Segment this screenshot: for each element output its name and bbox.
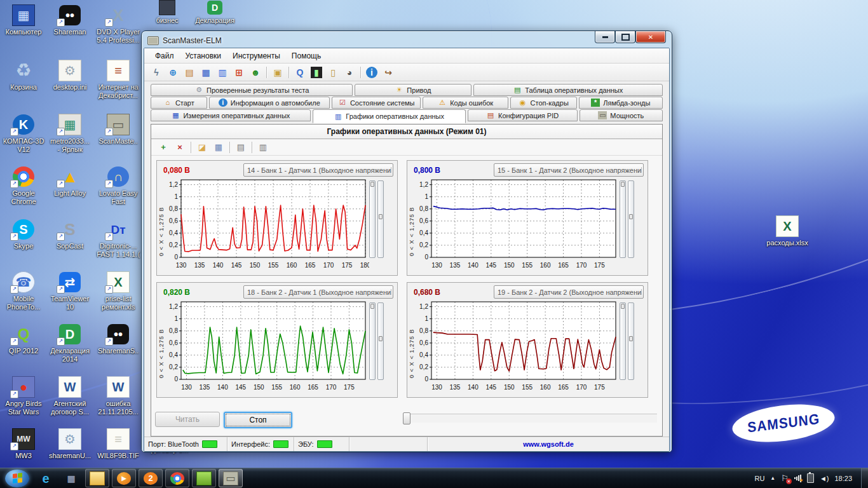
desktop-icon[interactable]: ≡Интернет наДекабрист... bbox=[90, 59, 147, 100]
desktop-icon[interactable]: ••↗SharemanS.. bbox=[90, 323, 147, 355]
taskbar-mediaplayer-button[interactable]: ▶ bbox=[112, 469, 136, 487]
taskbar-calculator-button[interactable]: ▦ bbox=[60, 470, 83, 487]
desktop-icon[interactable]: Dт↗Digitronic-...FAST 1.14.1.( bbox=[90, 218, 147, 259]
exit-icon-button[interactable]: ↪ bbox=[381, 65, 396, 79]
taskbar-qip-button[interactable]: 2 bbox=[139, 469, 163, 487]
show-desktop-button[interactable] bbox=[861, 468, 868, 488]
taskbar-explorer-button[interactable] bbox=[85, 469, 109, 487]
shortcut-arrow-icon: ↗ bbox=[10, 128, 18, 136]
tab-Проверенные результаты теста[interactable]: ⚙Проверенные результаты теста bbox=[151, 84, 353, 96]
tab-Измерения оперативных данных[interactable]: ▦Измерения оперативных данных bbox=[151, 109, 311, 121]
tab-Таблица оперативных данных[interactable]: ▤Таблица оперативных данных bbox=[473, 84, 663, 96]
connect-icon-button[interactable]: ϟ bbox=[149, 65, 164, 79]
chart-zoom-slider[interactable] bbox=[369, 180, 376, 258]
pid-selector[interactable]: 18 - Банк 2 - Датчик 1 (Выходное напряже… bbox=[243, 285, 393, 299]
desktop-icon[interactable]: Xрасходы.xlsx bbox=[759, 215, 816, 247]
start-button[interactable] bbox=[5, 470, 29, 487]
taskbar-ie-button[interactable]: e bbox=[34, 470, 57, 487]
taskbar-scanmaster-button[interactable]: ▭ bbox=[219, 469, 243, 487]
clock[interactable]: 18:23 bbox=[834, 475, 852, 482]
shortcut-arrow-icon: ↗ bbox=[10, 285, 18, 294]
chart-panel-2: 0,800 В15 - Банк 1 - Датчик 2 (Выходное … bbox=[407, 160, 648, 276]
chart-zoom-slider[interactable] bbox=[620, 180, 626, 258]
timeline-slider-handle[interactable] bbox=[403, 412, 410, 424]
user-icon-button[interactable]: ☻ bbox=[248, 65, 263, 79]
info-icon-button[interactable]: i bbox=[364, 65, 379, 79]
close-button[interactable]: ✕ bbox=[635, 31, 666, 43]
titlebar[interactable]: ScanMaster-ELM ✕ bbox=[144, 33, 670, 48]
pid-selector[interactable]: 14 - Банк 1 - Датчик 1 (Выходное напряже… bbox=[243, 163, 393, 177]
tray-expand-icon[interactable]: ▲ bbox=[770, 475, 775, 481]
tab-Графики оперативных данных[interactable]: ▥Графики оперативных данных bbox=[313, 109, 466, 123]
desktop-icon[interactable]: X↗prise-listремонт.xls bbox=[90, 271, 147, 311]
chart-zoom-slider[interactable] bbox=[369, 302, 376, 380]
menu-Установки[interactable]: Установки bbox=[180, 50, 227, 62]
print-icon-button[interactable]: ▤ bbox=[233, 140, 248, 154]
tab-Коды ошибок[interactable]: ⚠Коды ошибок bbox=[423, 97, 508, 109]
windows-icon-button[interactable]: ⊞ bbox=[231, 65, 247, 79]
volume-icon[interactable]: ◄) bbox=[820, 475, 829, 482]
chart-icon-button[interactable]: ▥ bbox=[215, 65, 230, 79]
menu-Инструменты[interactable]: Инструменты bbox=[227, 50, 286, 62]
network-icon[interactable]: ✶ bbox=[794, 475, 801, 482]
chart-zoom-slider-handle[interactable] bbox=[621, 304, 625, 309]
add-graph-icon-button[interactable]: + bbox=[156, 140, 171, 154]
language-indicator[interactable]: RU bbox=[754, 475, 764, 482]
chart-zoom-slider[interactable] bbox=[628, 302, 634, 380]
maximize-button[interactable] bbox=[615, 31, 635, 43]
web-icon-button[interactable]: ⊕ bbox=[165, 65, 180, 79]
remove-graph-icon-button[interactable]: × bbox=[172, 140, 187, 154]
svg-text:1,2: 1,2 bbox=[419, 181, 428, 188]
read-button[interactable]: Читать bbox=[155, 412, 220, 427]
desktop-icon[interactable]: ▭↗ScanMaste.. bbox=[90, 113, 147, 146]
tab-Стоп-кадры[interactable]: ◉Стоп-кадры bbox=[510, 97, 577, 109]
open-icon-button[interactable]: ◪ bbox=[194, 140, 210, 154]
stop-button[interactable]: Стоп bbox=[224, 412, 292, 428]
chart-zoom-slider[interactable] bbox=[620, 302, 626, 380]
chart-zoom-slider-handle[interactable] bbox=[370, 182, 374, 187]
chart-zoom-slider[interactable] bbox=[377, 302, 384, 380]
chart-zoom-slider-handle[interactable] bbox=[379, 336, 383, 341]
svg-text:130: 130 bbox=[431, 262, 442, 269]
tab-label: Состояние системы bbox=[350, 99, 415, 107]
minimize-button[interactable] bbox=[595, 31, 615, 43]
desktop-icon[interactable]: ≡WIL8F9B.TIF bbox=[90, 428, 147, 460]
wgsoft-link[interactable]: www.wgsoft.de bbox=[523, 440, 574, 448]
pid-selector[interactable]: 15 - Банк 1 - Датчик 2 (Выходное напряже… bbox=[494, 163, 644, 177]
tab-Мощность[interactable]: ▭Мощность bbox=[580, 109, 663, 121]
save-icon-button[interactable]: ▦ bbox=[211, 140, 226, 154]
shortcut-arrow-icon: ↗ bbox=[105, 285, 113, 294]
chart-zoom-slider-handle[interactable] bbox=[370, 304, 374, 309]
action-center-icon[interactable]: ⚐✕ bbox=[781, 473, 789, 483]
battery-icon[interactable] bbox=[807, 473, 814, 483]
tab-Старт[interactable]: ⌂Старт bbox=[151, 97, 207, 109]
report-icon-button[interactable]: ▤ bbox=[182, 65, 197, 79]
desktop-icon[interactable]: Wошибка21.11.2105... bbox=[90, 376, 147, 416]
tab-Информация о автомобиле[interactable]: iИнформация о автомобиле bbox=[209, 97, 330, 109]
tab-Состояние системы[interactable]: ☑Состояние системы bbox=[332, 97, 421, 109]
clipboard-icon-button[interactable]: ▣ bbox=[270, 65, 285, 79]
chart-zoom-slider-handle[interactable] bbox=[629, 336, 633, 341]
battery-icon-button[interactable]: ▯ bbox=[325, 65, 341, 79]
pid-selector[interactable]: 19 - Банк 2 - Датчик 2 (Выходное напряже… bbox=[494, 285, 644, 299]
chart-zoom-slider-handle[interactable] bbox=[379, 214, 383, 219]
timeline-slider[interactable] bbox=[403, 414, 657, 423]
grid-icon-button[interactable]: ▦ bbox=[198, 65, 214, 79]
menu-Помощь[interactable]: Помощь bbox=[286, 50, 327, 62]
tab-Лямбда-зонды[interactable]: *Лямбда-зонды bbox=[579, 97, 663, 109]
chart-zoom-slider-handle[interactable] bbox=[629, 214, 633, 219]
search-icon-button[interactable]: Q bbox=[292, 65, 308, 79]
desktop-icon[interactable]: ∩↗Lovato EasyFast bbox=[90, 165, 147, 206]
gauge-icon-button[interactable]: ◕ bbox=[342, 65, 357, 79]
desktop-icon[interactable]: DДекларация bbox=[186, 0, 243, 25]
export-icon-button[interactable]: ▥ bbox=[255, 140, 271, 154]
menu-Файл[interactable]: Файл bbox=[149, 50, 180, 62]
tab-Привод[interactable]: ☀Привод bbox=[355, 84, 471, 96]
chart-zoom-slider-handle[interactable] bbox=[621, 182, 625, 187]
taskbar-chrome-button[interactable] bbox=[165, 469, 189, 487]
taskbar-phonetools-button[interactable] bbox=[192, 469, 216, 487]
chart-zoom-slider[interactable] bbox=[377, 180, 384, 258]
terminal-icon-button[interactable]: ▮ bbox=[309, 65, 324, 79]
tab-Конфигурация PID[interactable]: ▤Конфигурация PID bbox=[468, 109, 578, 121]
chart-zoom-slider[interactable] bbox=[628, 180, 634, 258]
